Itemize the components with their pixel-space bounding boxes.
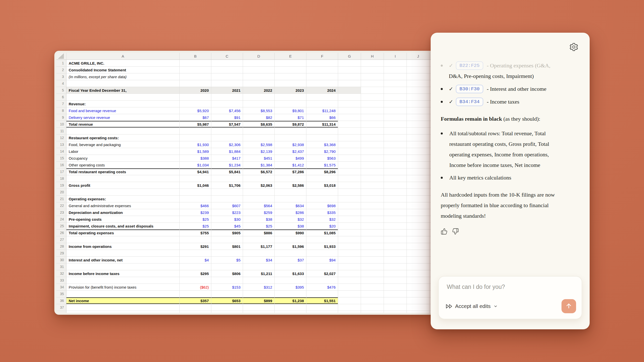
cell-H10[interactable] bbox=[361, 121, 384, 128]
cell-F10[interactable]: $11,314 bbox=[306, 121, 338, 128]
cell-G24[interactable] bbox=[338, 216, 361, 223]
cell-H29[interactable] bbox=[361, 250, 384, 257]
cell-J3[interactable] bbox=[407, 73, 430, 80]
cell-D26[interactable]: $886 bbox=[243, 230, 275, 236]
cell-F26[interactable]: $1,085 bbox=[306, 230, 338, 236]
cell-D27[interactable] bbox=[243, 236, 275, 243]
cell-A1[interactable]: ACME GRILLE, INC. bbox=[66, 60, 180, 67]
cell-D21[interactable] bbox=[243, 196, 275, 202]
cell-D17[interactable]: $6,572 bbox=[243, 168, 275, 175]
cell-J29[interactable] bbox=[407, 250, 430, 257]
row-header-14[interactable]: 14 bbox=[56, 148, 66, 155]
cell-A8[interactable]: Food and beverage revenue bbox=[66, 107, 180, 114]
cell-G37[interactable] bbox=[338, 304, 361, 311]
cell-I21[interactable] bbox=[384, 196, 407, 202]
row-header-2[interactable]: 2 bbox=[56, 67, 66, 73]
cell-E33[interactable] bbox=[275, 277, 306, 284]
col-header-A[interactable]: A bbox=[66, 53, 180, 60]
cell-G10[interactable] bbox=[338, 121, 361, 128]
cell-F6[interactable] bbox=[306, 94, 338, 101]
row-header-8[interactable]: 8 bbox=[56, 107, 66, 114]
cell-J20[interactable] bbox=[407, 189, 430, 196]
cell-J11[interactable] bbox=[407, 128, 430, 134]
cell-E38[interactable] bbox=[275, 311, 306, 313]
col-header-G[interactable]: G bbox=[338, 53, 361, 60]
cell-E9[interactable]: $71 bbox=[275, 114, 306, 121]
cell-G2[interactable] bbox=[338, 67, 361, 73]
cell-G36[interactable] bbox=[338, 297, 361, 304]
cell-A14[interactable]: Labor bbox=[66, 148, 180, 155]
cell-A20[interactable] bbox=[66, 189, 180, 196]
cell-D32[interactable]: $1,211 bbox=[243, 270, 275, 277]
cell-G12[interactable] bbox=[338, 134, 361, 141]
cell-F17[interactable]: $8,296 bbox=[306, 168, 338, 175]
cell-E2[interactable] bbox=[275, 67, 306, 73]
cell-J38[interactable] bbox=[407, 311, 430, 313]
cell-F9[interactable]: $66 bbox=[306, 114, 338, 121]
cell-E8[interactable]: $9,801 bbox=[275, 107, 306, 114]
cell-B4[interactable] bbox=[180, 80, 211, 87]
row-header-33[interactable]: 33 bbox=[56, 277, 66, 284]
row-header-9[interactable]: 9 bbox=[56, 114, 66, 121]
cell-I36[interactable] bbox=[384, 297, 407, 304]
cell-B3[interactable] bbox=[180, 73, 211, 80]
cell-F5[interactable]: 2024 bbox=[306, 87, 338, 94]
row-header-20[interactable]: 20 bbox=[56, 189, 66, 196]
cell-C30[interactable]: $5 bbox=[211, 257, 243, 263]
cell-B31[interactable] bbox=[180, 263, 211, 270]
cell-H26[interactable] bbox=[361, 230, 384, 236]
cell-range-chip[interactable]: B22:F25 bbox=[456, 61, 484, 70]
cell-C7[interactable] bbox=[211, 101, 243, 107]
cell-C38[interactable] bbox=[211, 311, 243, 313]
cell-G11[interactable] bbox=[338, 128, 361, 134]
cell-D12[interactable] bbox=[243, 134, 275, 141]
cell-H38[interactable] bbox=[361, 311, 384, 313]
cell-B9[interactable]: $67 bbox=[180, 114, 211, 121]
cell-range-chip[interactable]: B34:F34 bbox=[456, 98, 484, 106]
cell-J10[interactable] bbox=[407, 121, 430, 128]
cell-D20[interactable] bbox=[243, 189, 275, 196]
cell-F34[interactable]: $476 bbox=[306, 284, 338, 291]
cell-J4[interactable] bbox=[407, 80, 430, 87]
cell-A4[interactable] bbox=[66, 80, 180, 87]
cell-C34[interactable]: $153 bbox=[211, 284, 243, 291]
cell-H31[interactable] bbox=[361, 263, 384, 270]
cell-C26[interactable]: $905 bbox=[211, 230, 243, 236]
cell-E23[interactable]: $286 bbox=[275, 209, 306, 216]
cell-E5[interactable]: 2023 bbox=[275, 87, 306, 94]
cell-J25[interactable] bbox=[407, 223, 430, 230]
cell-J14[interactable] bbox=[407, 148, 430, 155]
cell-E14[interactable]: $2,437 bbox=[275, 148, 306, 155]
cell-G28[interactable] bbox=[338, 243, 361, 250]
cell-A25[interactable]: Impairment, closure costs, and asset dis… bbox=[66, 223, 180, 230]
cell-E21[interactable] bbox=[275, 196, 306, 202]
cell-B19[interactable]: $1,046 bbox=[180, 182, 211, 189]
cell-H17[interactable] bbox=[361, 168, 384, 175]
cell-C2[interactable] bbox=[211, 67, 243, 73]
cell-D37[interactable] bbox=[243, 304, 275, 311]
cell-J23[interactable] bbox=[407, 209, 430, 216]
cell-G13[interactable] bbox=[338, 141, 361, 148]
cell-H7[interactable] bbox=[361, 101, 384, 107]
cell-F33[interactable] bbox=[306, 277, 338, 284]
cell-E4[interactable] bbox=[275, 80, 306, 87]
cell-B13[interactable]: $1,930 bbox=[180, 141, 211, 148]
cell-A28[interactable]: Income from operations bbox=[66, 243, 180, 250]
cell-I20[interactable] bbox=[384, 189, 407, 196]
row-header-3[interactable]: 3 bbox=[56, 73, 66, 80]
cell-I8[interactable] bbox=[384, 107, 407, 114]
col-header-B[interactable]: B bbox=[180, 53, 211, 60]
cell-I26[interactable] bbox=[384, 230, 407, 236]
cell-J8[interactable] bbox=[407, 107, 430, 114]
cell-D13[interactable]: $2,598 bbox=[243, 141, 275, 148]
cell-H28[interactable] bbox=[361, 243, 384, 250]
thumbs-up-icon[interactable] bbox=[441, 228, 448, 235]
cell-B10[interactable]: $5,987 bbox=[180, 121, 211, 128]
cell-J33[interactable] bbox=[407, 277, 430, 284]
cell-G31[interactable] bbox=[338, 263, 361, 270]
cell-G35[interactable] bbox=[338, 291, 361, 297]
cell-F31[interactable] bbox=[306, 263, 338, 270]
cell-A31[interactable] bbox=[66, 263, 180, 270]
cell-E3[interactable] bbox=[275, 73, 306, 80]
row-header-29[interactable]: 29 bbox=[56, 250, 66, 257]
